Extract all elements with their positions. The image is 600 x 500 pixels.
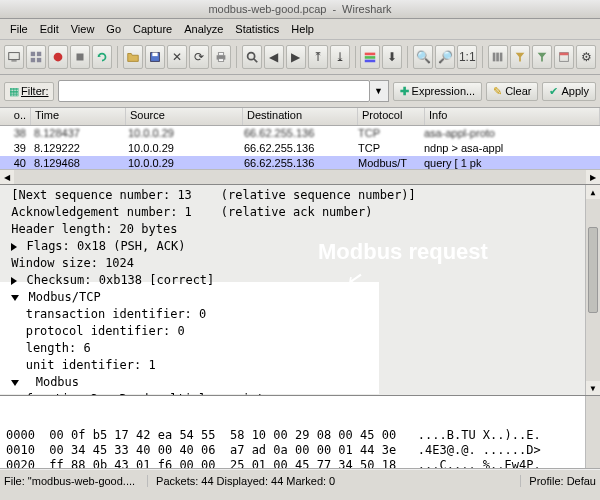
detail-line[interactable]: Flags: 0x18 (PSH, ACK) (4, 238, 596, 255)
detail-line[interactable]: transaction identifier: 0 (4, 306, 596, 323)
stop-capture-icon[interactable] (70, 45, 90, 69)
detail-line[interactable]: Modbus (4, 374, 596, 391)
detail-line[interactable]: Modbus/TCP (4, 289, 596, 306)
table-row[interactable]: 398.12922210.0.0.2966.62.255.136TCPndnp … (0, 141, 600, 156)
scroll-up-icon[interactable]: ▲ (586, 185, 600, 199)
filter-label-button[interactable]: ▦ Filter: (4, 82, 54, 101)
print-icon[interactable] (211, 45, 231, 69)
svg-point-13 (247, 53, 254, 60)
packet-details-pane[interactable]: [Next sequence number: 13 (relative sequ… (0, 185, 600, 396)
detail-line[interactable]: unit identifier: 1 (4, 357, 596, 374)
detail-line[interactable]: Acknowledgement number: 1 (relative ack … (4, 204, 596, 221)
menu-capture[interactable]: Capture (127, 21, 178, 37)
svg-rect-0 (9, 53, 20, 60)
details-v-scrollbar[interactable]: ▲ ▼ (585, 185, 600, 395)
zoom-out-icon[interactable]: 🔎 (435, 45, 455, 69)
go-first-icon[interactable]: ⤓ (330, 45, 350, 69)
window-titlebar: modbus-web-good.pcap - Wireshark (0, 0, 600, 19)
cell-src: 10.0.0.29 (124, 141, 240, 156)
col-destination[interactable]: Destination (243, 108, 358, 125)
hex-line[interactable]: 0020 ff 88 0b 43 01 f6 00 00 25 01 00 45… (6, 458, 594, 469)
scrollbar-thumb[interactable] (588, 227, 598, 313)
cell-time: 8.129222 (30, 141, 124, 156)
col-info[interactable]: Info (425, 108, 600, 125)
menu-view[interactable]: View (65, 21, 101, 37)
menu-edit[interactable]: Edit (34, 21, 65, 37)
packet-list-h-scrollbar[interactable]: ◀ ▶ (0, 169, 600, 184)
menu-file[interactable]: File (4, 21, 34, 37)
svg-rect-19 (496, 53, 499, 62)
svg-rect-18 (493, 53, 496, 62)
scroll-left-icon[interactable]: ◀ (0, 170, 14, 184)
scroll-down-icon[interactable]: ▼ (586, 381, 600, 395)
reload-icon[interactable]: ⟳ (189, 45, 209, 69)
eraser-icon: ✎ (493, 85, 502, 98)
menu-analyze[interactable]: Analyze (178, 21, 229, 37)
find-icon[interactable] (242, 45, 262, 69)
filter-icon: ▦ (9, 85, 19, 98)
col-time[interactable]: Time (31, 108, 126, 125)
start-capture-icon[interactable] (48, 45, 68, 69)
svg-rect-12 (218, 59, 223, 62)
status-bar: File: "modbus-web-good.... Packets: 44 D… (0, 469, 600, 492)
cell-no: 38 (0, 126, 30, 141)
col-source[interactable]: Source (126, 108, 243, 125)
detail-line[interactable]: length: 6 (4, 340, 596, 357)
menu-help[interactable]: Help (285, 21, 320, 37)
filter-dropdown-icon[interactable]: ▼ (370, 80, 389, 102)
status-packets: Packets: 44 Displayed: 44 Marked: 0 (147, 475, 335, 487)
auto-scroll-icon[interactable]: ⬇ (382, 45, 402, 69)
detail-line[interactable]: [Next sequence number: 13 (relative sequ… (4, 187, 596, 204)
packet-list-pane[interactable]: o.. Time Source Destination Protocol Inf… (0, 108, 600, 185)
svg-rect-1 (11, 61, 16, 62)
clear-button[interactable]: ✎ Clear (486, 82, 538, 101)
scroll-right-icon[interactable]: ▶ (586, 170, 600, 184)
open-file-icon[interactable] (123, 45, 143, 69)
svg-rect-5 (37, 58, 41, 62)
go-to-packet-icon[interactable]: ⤒ (308, 45, 328, 69)
go-back-icon[interactable]: ◀ (264, 45, 284, 69)
detail-line[interactable]: Header length: 20 bytes (4, 221, 596, 238)
annotation-label: Modbus request (318, 243, 488, 260)
col-protocol[interactable]: Protocol (358, 108, 425, 125)
preferences-icon[interactable]: ⚙ (576, 45, 596, 69)
close-file-icon[interactable]: ✕ (167, 45, 187, 69)
main-toolbar: ✕ ⟳ ◀ ▶ ⤒ ⤓ ⬇ 🔍 🔎 1:1 ⚙ (0, 40, 600, 75)
cell-src: 10.0.0.29 (124, 126, 240, 141)
filter-toolbar: ▦ Filter: ▼ ✚ Expression... ✎ Clear ✔ Ap… (0, 75, 600, 108)
hex-line[interactable]: 0000 00 0f b5 17 42 ea 54 55 58 10 00 29… (6, 428, 594, 443)
svg-rect-15 (365, 53, 376, 56)
svg-point-6 (54, 53, 63, 62)
coloring-rules-icon[interactable] (554, 45, 574, 69)
status-file: File: "modbus-web-good.... (4, 475, 135, 487)
menu-statistics[interactable]: Statistics (229, 21, 285, 37)
go-forward-icon[interactable]: ▶ (286, 45, 306, 69)
cell-dst: 66.62.255.136 (240, 126, 354, 141)
detail-line[interactable]: Checksum: 0xb138 [correct] (4, 272, 596, 289)
filter-input[interactable] (58, 80, 370, 102)
interfaces-icon[interactable] (4, 45, 24, 69)
detail-line[interactable]: Window size: 1024 (4, 255, 596, 272)
restart-capture-icon[interactable] (92, 45, 112, 69)
apply-button[interactable]: ✔ Apply (542, 82, 596, 101)
zoom-in-icon[interactable]: 🔍 (413, 45, 433, 69)
expression-button[interactable]: ✚ Expression... (393, 82, 483, 101)
status-profile: Profile: Defau (520, 475, 596, 487)
check-icon: ✔ (549, 85, 558, 98)
hex-line[interactable]: 0010 00 34 45 33 40 00 40 06 a7 ad 0a 00… (6, 443, 594, 458)
save-file-icon[interactable] (145, 45, 165, 69)
hex-v-scrollbar[interactable] (585, 396, 600, 468)
display-filters-icon[interactable] (532, 45, 552, 69)
table-row[interactable]: 388.12843710.0.0.2966.62.255.136TCPasa-a… (0, 126, 600, 141)
resize-columns-icon[interactable] (488, 45, 508, 69)
col-no[interactable]: o.. (0, 108, 31, 125)
detail-line[interactable]: protocol identifier: 0 (4, 323, 596, 340)
capture-filters-icon[interactable] (510, 45, 530, 69)
zoom-reset-icon[interactable]: 1:1 (457, 45, 477, 69)
options-icon[interactable] (26, 45, 46, 69)
colorize-icon[interactable] (360, 45, 380, 69)
cell-dst: 66.62.255.136 (240, 141, 354, 156)
svg-rect-7 (77, 54, 84, 61)
menu-go[interactable]: Go (100, 21, 127, 37)
packet-bytes-pane[interactable]: 0000 00 0f b5 17 42 ea 54 55 58 10 00 29… (0, 396, 600, 469)
